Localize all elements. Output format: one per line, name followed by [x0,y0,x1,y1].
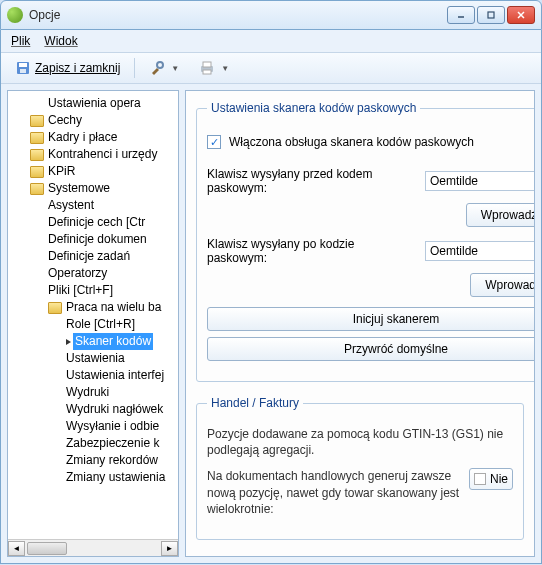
save-close-button[interactable]: Zapisz i zamknij [9,58,126,78]
tree-item[interactable]: Asystent [8,197,178,214]
tree-item[interactable]: Wydruki nagłówek [8,401,178,418]
tree-item-label: Role [Ctrl+R] [66,316,135,333]
tree-item[interactable]: Skaner kodów [8,333,178,350]
svg-rect-1 [488,12,494,18]
folder-icon [48,302,62,314]
tree-pane: Ustawienia operaCechyKadry i płaceKontra… [7,90,179,557]
tree-item[interactable]: Pliki [Ctrl+F] [8,282,178,299]
tree-item[interactable]: Wydruki [8,384,178,401]
folder-icon [30,166,44,178]
enter-suffix-button[interactable]: Wprowadź sufix [470,273,535,297]
always-new-position-toggle[interactable]: Nie [469,468,513,490]
scanner-settings-group: Ustawienia skanera kodów paskowych Włącz… [196,101,535,382]
tree-item-label: Cechy [48,112,82,129]
tree-item-label: Systemowe [48,180,110,197]
tree-item-label: Wysyłanie i odbie [66,418,159,435]
key-after-input[interactable] [425,241,535,261]
tree-item[interactable]: Zabezpieczenie k [8,435,178,452]
separator [134,58,135,78]
restore-defaults-button[interactable]: Przywróć domyślne [207,337,535,361]
menu-file[interactable]: Plik [11,34,30,48]
tree-item[interactable]: Zmiany rekordów [8,452,178,469]
tree-item-label: Wydruki nagłówek [66,401,163,418]
selection-arrow-icon [66,339,71,345]
horizontal-scrollbar[interactable]: ◄ ► [8,539,178,556]
svg-rect-10 [203,70,211,74]
settings-pane: Ustawienia skanera kodów paskowych Włącz… [185,90,535,557]
tree-item-label: Definicje dokumen [48,231,147,248]
invoices-info1: Pozycje dodawane za pomocą kodu GTIN-13 … [207,426,513,458]
toolbar: Zapisz i zamknij ▼ ▼ [1,52,541,84]
tree-item-label: Ustawienia opera [48,95,141,112]
folder-icon [30,115,44,127]
tools-icon [149,60,165,76]
tools-button[interactable]: ▼ [143,58,185,78]
navigation-tree[interactable]: Ustawienia operaCechyKadry i płaceKontra… [8,91,178,539]
toggle-indicator [474,473,486,485]
tree-item-label: Kadry i płace [48,129,117,146]
scroll-right-button[interactable]: ► [161,541,178,556]
init-scanner-button[interactable]: Inicjuj skanerem [207,307,535,331]
minimize-button[interactable] [447,6,475,24]
tree-item-label: Pliki [Ctrl+F] [48,282,113,299]
scanner-legend: Ustawienia skanera kodów paskowych [207,101,420,115]
tree-item[interactable]: Definicje dokumen [8,231,178,248]
tree-item-label: Zmiany ustawienia [66,469,165,486]
enable-scanner-checkbox[interactable] [207,135,221,149]
tree-item[interactable]: Operatorzy [8,265,178,282]
tree-item-label: Wydruki [66,384,109,401]
folder-icon [30,132,44,144]
svg-rect-9 [203,62,211,67]
chevron-down-icon: ▼ [221,64,229,73]
toggle-label: Nie [490,472,508,486]
close-button[interactable] [507,6,535,24]
tree-item[interactable]: Systemowe [8,180,178,197]
tree-item[interactable]: Role [Ctrl+R] [8,316,178,333]
maximize-button[interactable] [477,6,505,24]
invoices-legend: Handel / Faktury [207,396,303,410]
tree-item-label: Ustawienia interfej [66,367,164,384]
titlebar: Opcje [0,0,542,30]
window-title: Opcje [29,8,445,22]
tree-item[interactable]: Wysyłanie i odbie [8,418,178,435]
enter-prefix-button[interactable]: Wprowadź prefix [466,203,535,227]
key-before-input[interactable] [425,171,535,191]
menubar: Plik Widok [1,30,541,52]
enable-scanner-label: Włączona obsługa skanera kodów paskowych [229,135,474,149]
app-icon [7,7,23,23]
tree-item[interactable]: Cechy [8,112,178,129]
tree-item[interactable]: Zmiany ustawienia [8,469,178,486]
tree-item[interactable]: Definicje cech [Ctr [8,214,178,231]
svg-point-7 [157,62,163,68]
tree-item[interactable]: Ustawienia opera [8,95,178,112]
save-icon [15,60,31,76]
tree-item-label: Skaner kodów [73,333,153,350]
folder-icon [30,183,44,195]
chevron-down-icon: ▼ [171,64,179,73]
tree-item-label: Zabezpieczenie k [66,435,159,452]
tree-item-label: Operatorzy [48,265,107,282]
scroll-left-button[interactable]: ◄ [8,541,25,556]
svg-rect-6 [20,69,26,73]
tree-item-label: Definicje cech [Ctr [48,214,145,231]
tree-item-label: Ustawienia [66,350,125,367]
folder-icon [30,149,44,161]
tree-item[interactable]: Kontrahenci i urzędy [8,146,178,163]
save-close-label: Zapisz i zamknij [35,61,120,75]
invoices-group: Handel / Faktury Pozycje dodawane za pom… [196,396,524,540]
tree-item[interactable]: KPiR [8,163,178,180]
tree-item[interactable]: Kadry i płace [8,129,178,146]
tree-item[interactable]: Definicje zadań [8,248,178,265]
tree-item[interactable]: Ustawienia [8,350,178,367]
menu-view[interactable]: Widok [44,34,77,48]
invoices-info2: Na dokumentach handlowych generuj zawsze… [207,468,461,517]
scroll-thumb[interactable] [27,542,67,555]
tree-item-label: KPiR [48,163,75,180]
tree-item[interactable]: Praca na wielu ba [8,299,178,316]
key-after-label: Klawisz wysyłany po kodzie paskowym: [207,237,417,265]
tree-item-label: Praca na wielu ba [66,299,161,316]
printer-icon [199,60,215,76]
print-button[interactable]: ▼ [193,58,235,78]
tree-item-label: Asystent [48,197,94,214]
tree-item[interactable]: Ustawienia interfej [8,367,178,384]
